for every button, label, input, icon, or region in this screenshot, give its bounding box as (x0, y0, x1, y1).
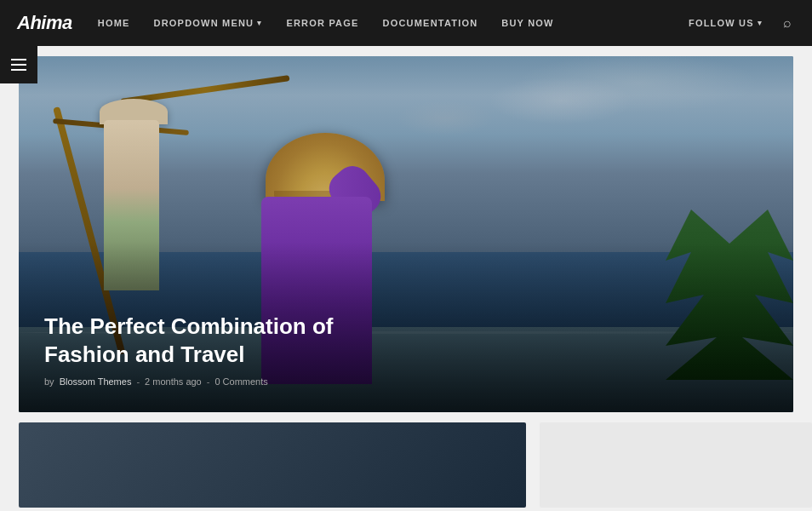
main-nav: HOME DROPDOWN MENU ▾ ERROR PAGE DOCUMENT… (98, 18, 689, 28)
search-button[interactable]: ⌕ (780, 12, 795, 34)
hero-section: The Perfect Combination of Fashion and T… (19, 56, 793, 412)
hero-text-area: The Perfect Combination of Fashion and T… (44, 313, 768, 387)
arm-raised (323, 159, 388, 226)
hero-comments[interactable]: 0 Comments (214, 376, 267, 387)
bottom-article-card[interactable] (19, 422, 526, 508)
follow-us-button[interactable]: FOLLOW US ▾ (689, 18, 763, 28)
nav-error-page[interactable]: ERROR PAGE (286, 18, 358, 28)
hamburger-icon (11, 59, 26, 71)
hero-time: 2 months ago (145, 376, 202, 387)
nav-dropdown-menu[interactable]: DROPDOWN MENU ▾ (154, 18, 263, 28)
bottom-sidebar (540, 422, 812, 508)
nav-documentation[interactable]: DOCUMENTATION (383, 18, 478, 28)
hero-image[interactable]: The Perfect Combination of Fashion and T… (19, 56, 793, 412)
dropdown-chevron-icon: ▾ (257, 19, 262, 27)
boat-rail-horizontal (121, 75, 290, 105)
bottom-card-image (19, 422, 526, 508)
boat-rail-diagonal (53, 118, 189, 135)
hero-sep2: - (207, 376, 210, 387)
hero-author[interactable]: Blossom Themes (60, 376, 132, 387)
bottom-row (19, 422, 812, 511)
hero-title[interactable]: The Perfect Combination of Fashion and T… (44, 313, 368, 368)
site-header: Ahima HOME DROPDOWN MENU ▾ ERROR PAGE DO… (0, 0, 812, 46)
nav-buy-now[interactable]: BUY NOW (501, 18, 553, 28)
sidebar-toggle-button[interactable] (0, 46, 37, 83)
follow-us-chevron-icon: ▾ (758, 19, 763, 27)
nav-home[interactable]: HOME (98, 18, 130, 28)
hero-meta: by Blossom Themes - 2 months ago - 0 Com… (44, 376, 768, 387)
main-content: The Perfect Combination of Fashion and T… (0, 46, 812, 511)
site-logo[interactable]: Ahima (17, 12, 72, 34)
header-right: FOLLOW US ▾ ⌕ (689, 12, 795, 34)
hero-sep1: - (136, 376, 140, 387)
hero-by-label: by (44, 376, 54, 387)
conical-hat (266, 133, 385, 201)
